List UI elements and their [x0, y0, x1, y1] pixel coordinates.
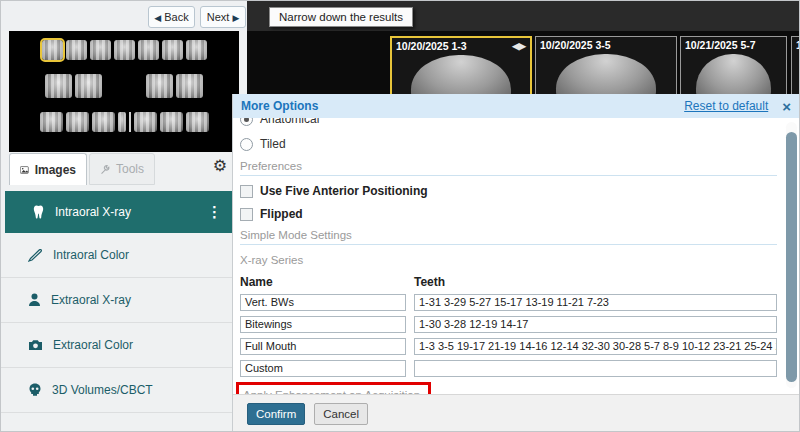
column-header-teeth: Teeth [414, 275, 445, 289]
xray-thumbnail[interactable] [186, 112, 209, 132]
panel-scrollbar[interactable] [786, 122, 797, 388]
checkbox-label: Flipped [260, 207, 303, 221]
series-row: Full Mouth 1-3 3-5 19-17 21-19 14-16 12-… [240, 338, 777, 355]
xray-thumbnail[interactable] [146, 74, 173, 98]
tab-tools[interactable]: Tools [89, 153, 155, 185]
radio-label: Tiled [260, 137, 286, 151]
pen-icon [28, 249, 43, 262]
xray-thumbnail[interactable] [129, 112, 131, 132]
next-button[interactable]: Next ▶ [200, 6, 246, 28]
xray-thumbnail[interactable] [40, 112, 63, 132]
xray-thumbnail[interactable] [186, 40, 207, 60]
xray-thumbnail[interactable] [66, 112, 89, 132]
cancel-button[interactable]: Cancel [314, 403, 368, 425]
checkbox-row-flipped[interactable]: Flipped [240, 206, 777, 222]
next-arrow-icon: ▶ [232, 13, 239, 23]
radio-row-anatomical[interactable]: Anatomical [240, 118, 777, 128]
back-arrow-icon: ◀ [154, 13, 161, 23]
xray-thumbnail[interactable] [160, 112, 183, 132]
xray-thumbnail[interactable] [176, 74, 203, 98]
narrow-results-button[interactable]: Narrow down the results [269, 7, 413, 27]
image-icon [20, 164, 29, 176]
series-row: Custom [240, 360, 777, 377]
thumbnail-date-label: 10/20/2025 1-3 ◀ ▶ [392, 38, 530, 53]
column-header-name: Name [240, 275, 414, 289]
checkbox-icon[interactable] [240, 208, 253, 221]
xray-thumbnail[interactable] [138, 40, 159, 60]
section-preferences: Preferences [240, 160, 777, 176]
kebab-menu-icon[interactable]: ⋮ [207, 203, 222, 221]
xray-thumbnail[interactable] [162, 40, 183, 60]
app-window: Narrow down the results 10/20/2025 1-3 ◀… [0, 0, 800, 432]
panel-title: More Options [241, 99, 318, 113]
radio-icon[interactable] [240, 118, 253, 126]
category-list: Intraoral X-ray ⋮ Intraoral Color Extrao… [1, 186, 247, 413]
xray-thumbnail[interactable] [66, 40, 87, 60]
series-teeth-input[interactable] [414, 360, 777, 377]
panel-footer: Confirm Cancel [233, 394, 800, 432]
montage-gap [105, 86, 143, 87]
series-teeth-input[interactable]: 1-31 3-29 5-27 15-17 13-19 11-21 7-23 [414, 294, 777, 311]
more-options-body: Anatomical Tiled Preferences Use Five An… [233, 118, 800, 394]
series-name-input[interactable]: Custom [240, 360, 406, 377]
confirm-button[interactable]: Confirm [247, 403, 305, 425]
xray-thumbnail[interactable] [134, 112, 157, 132]
sidebar-item-label: Extraoral X-ray [51, 293, 131, 307]
series-name-input[interactable]: Full Mouth [240, 338, 406, 355]
series-teeth-input[interactable]: 1-3 3-5 19-17 21-19 14-16 12-14 32-30 30… [414, 338, 777, 355]
more-options-header: More Options Reset to default × [233, 94, 800, 118]
checkbox-label: Use Five Anterior Positioning [260, 184, 428, 198]
viewer-toolbar: Narrow down the results [247, 1, 800, 31]
sidebar-item-label: 3D Volumes/CBCT [52, 383, 153, 397]
sidebar-item-label: Extraoral Color [53, 338, 133, 352]
close-icon[interactable]: × [782, 99, 791, 114]
xray-thumbnail[interactable] [114, 40, 135, 60]
xray-thumbnail[interactable] [118, 112, 126, 132]
sidebar-tabs: Images Tools ⚙ [9, 153, 247, 186]
xray-thumbnail-selected[interactable] [42, 40, 63, 60]
person-icon [28, 293, 41, 307]
section-xray-series: X-ray Series [240, 254, 777, 266]
radio-row-tiled[interactable]: Tiled [240, 135, 777, 153]
tab-images[interactable]: Images [9, 153, 87, 185]
checkbox-row-five-anterior[interactable]: Use Five Anterior Positioning [240, 183, 777, 199]
series-name-input[interactable]: Bitewings [240, 316, 406, 333]
sidebar-item-intraoral-color[interactable]: Intraoral Color [1, 233, 247, 278]
fmx-montage [9, 31, 239, 152]
sidebar-nav-bar: ◀ Back Next ▶ [1, 1, 247, 31]
sidebar-item-intraoral-xray[interactable]: Intraoral X-ray ⋮ [5, 191, 232, 233]
section-simple-mode: Simple Mode Settings [240, 229, 777, 245]
more-options-panel: More Options Reset to default × Anatomic… [232, 94, 800, 432]
checkbox-icon[interactable] [240, 185, 253, 198]
sidebar: ◀ Back Next ▶ [1, 1, 247, 432]
radio-icon[interactable] [240, 138, 253, 151]
sidebar-item-extraoral-xray[interactable]: Extraoral X-ray [1, 278, 247, 323]
xray-thumbnail[interactable] [75, 74, 102, 98]
series-teeth-input[interactable]: 1-30 3-28 12-19 14-17 [414, 316, 777, 333]
xray-thumbnail[interactable] [45, 74, 72, 98]
sidebar-item-3d-volumes[interactable]: 3D Volumes/CBCT [1, 368, 247, 413]
camera-icon [28, 339, 43, 351]
wrench-icon [100, 163, 110, 176]
sidebar-item-extraoral-color[interactable]: Extraoral Color [1, 323, 247, 368]
tab-images-label: Images [35, 163, 76, 177]
tab-tools-label: Tools [116, 162, 144, 176]
series-row: Bitewings 1-30 3-28 12-19 14-17 [240, 316, 777, 333]
sidebar-item-label: Intraoral Color [53, 248, 129, 262]
xray-thumbnail[interactable] [90, 40, 111, 60]
scrollbar-thumb[interactable] [786, 132, 797, 382]
series-row: Vert. BWs 1-31 3-29 5-27 15-17 13-19 11-… [240, 294, 777, 311]
radio-label: Anatomical [260, 118, 319, 126]
skull-icon [28, 383, 42, 397]
sidebar-item-label: Intraoral X-ray [55, 205, 131, 219]
image-filmstrip: 10/20/2025 1-3 ◀ ▶ 10/20/2025 3-5 10/21/… [247, 31, 800, 94]
thumbnail-date-label: 1 [792, 37, 800, 52]
next-image-icon[interactable]: ▶ [519, 41, 526, 51]
thumbnail-date-label: 10/20/2025 3-5 [536, 37, 676, 52]
tooth-icon [32, 205, 45, 220]
gear-icon[interactable]: ⚙ [213, 156, 227, 175]
series-name-input[interactable]: Vert. BWs [240, 294, 406, 311]
reset-to-default-link[interactable]: Reset to default [684, 99, 768, 113]
xray-thumbnail[interactable] [92, 112, 115, 132]
back-button[interactable]: ◀ Back [148, 6, 195, 28]
